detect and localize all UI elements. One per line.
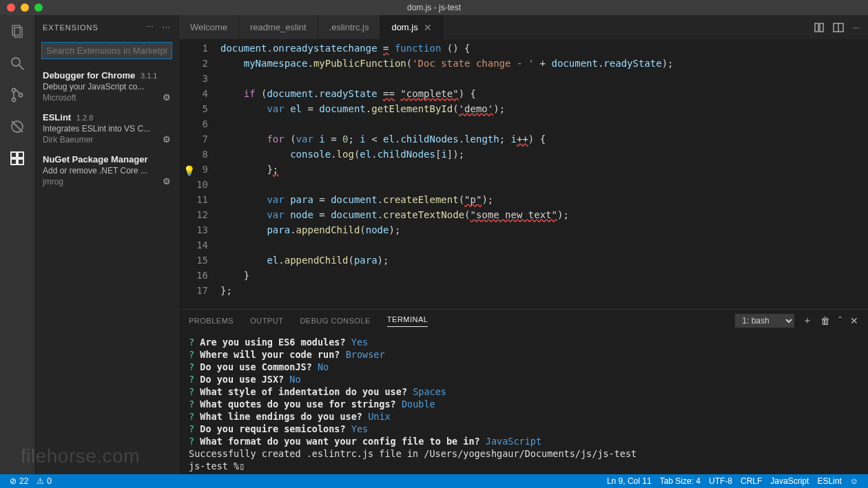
more-icon[interactable]: ··· bbox=[163, 23, 171, 32]
gear-icon[interactable]: ⚙ bbox=[163, 176, 171, 187]
status-language[interactable]: JavaScript bbox=[766, 476, 813, 486]
editor-area: Welcomereadme_eslint.eslintrc.jsdom.js✕ … bbox=[179, 15, 868, 474]
code-content[interactable]: document.onreadystatechange = function (… bbox=[220, 39, 868, 309]
gear-icon[interactable]: ⚙ bbox=[163, 134, 171, 145]
panel-tab[interactable]: PROBLEMS bbox=[189, 317, 234, 325]
svg-rect-1 bbox=[14, 28, 22, 37]
terminal-output[interactable]: ? Are you using ES6 modules? Yes? Where … bbox=[179, 332, 868, 474]
extensions-icon[interactable] bbox=[8, 149, 27, 168]
bottom-panel: PROBLEMSOUTPUTDEBUG CONSOLETERMINAL 1: b… bbox=[179, 309, 868, 474]
svg-rect-14 bbox=[820, 23, 823, 32]
svg-rect-11 bbox=[11, 159, 17, 165]
search-icon[interactable] bbox=[8, 54, 27, 73]
split-editor-icon[interactable] bbox=[833, 22, 844, 33]
svg-rect-12 bbox=[18, 159, 23, 165]
status-feedback-icon[interactable]: ☺ bbox=[846, 476, 862, 486]
new-terminal-icon[interactable]: ＋ bbox=[803, 315, 812, 327]
compare-icon[interactable] bbox=[814, 22, 825, 33]
tab-label: dom.js bbox=[391, 22, 417, 32]
extension-item[interactable]: Debugger for Chrome 3.1.1 Debug your Jav… bbox=[34, 66, 179, 108]
extension-publisher: Microsoft bbox=[43, 93, 171, 103]
panel-tab[interactable]: OUTPUT bbox=[250, 317, 283, 325]
extension-item[interactable]: NuGet Package Manager Add or remove .NET… bbox=[34, 150, 179, 192]
more-actions-icon[interactable]: ··· bbox=[852, 22, 860, 32]
svg-point-2 bbox=[12, 58, 20, 66]
editor-tabs: Welcomereadme_eslint.eslintrc.jsdom.js✕ … bbox=[179, 15, 868, 39]
svg-rect-9 bbox=[11, 152, 17, 158]
extension-name: NuGet Package Manager bbox=[43, 154, 171, 165]
tab-label: .eslintrc.js bbox=[329, 22, 369, 32]
svg-rect-0 bbox=[12, 25, 20, 35]
filter-icon[interactable]: ⋯ bbox=[146, 23, 154, 32]
sidebar: EXTENSIONS ⋯ ··· Debugger for Chrome 3.1… bbox=[34, 15, 179, 474]
kill-terminal-icon[interactable]: 🗑 bbox=[820, 315, 830, 326]
tab-label: Welcome bbox=[190, 22, 227, 32]
lightbulb-icon[interactable]: 💡 bbox=[183, 163, 195, 178]
status-warnings[interactable]: ⚠ 0 bbox=[32, 476, 56, 486]
extension-name: Debugger for Chrome 3.1.1 bbox=[43, 70, 171, 81]
explorer-icon[interactable] bbox=[8, 22, 27, 41]
source-control-icon[interactable] bbox=[8, 85, 27, 105]
status-eslint[interactable]: ESLint bbox=[813, 476, 845, 486]
panel-tabs: PROBLEMSOUTPUTDEBUG CONSOLETERMINAL 1: b… bbox=[179, 310, 868, 332]
panel-tab[interactable]: DEBUG CONSOLE bbox=[300, 317, 370, 325]
extensions-list: Debugger for Chrome 3.1.1 Debug your Jav… bbox=[34, 66, 179, 192]
extension-name: ESLint 1.2.8 bbox=[43, 112, 171, 123]
svg-point-5 bbox=[12, 98, 16, 102]
activity-bar bbox=[0, 15, 34, 474]
window-title: dom.js - js-test bbox=[407, 3, 461, 12]
close-tab-icon[interactable]: ✕ bbox=[424, 22, 432, 33]
extension-desc: Integrates ESLint into VS C... bbox=[43, 124, 171, 134]
svg-line-3 bbox=[19, 65, 23, 70]
svg-point-6 bbox=[19, 94, 23, 97]
traffic-lights bbox=[0, 3, 43, 12]
editor-tab[interactable]: readme_eslint bbox=[239, 15, 318, 39]
extension-publisher: jmrog bbox=[43, 177, 171, 187]
extension-publisher: Dirk Baeumer bbox=[43, 135, 171, 145]
extension-desc: Debug your JavaScript co... bbox=[43, 82, 171, 92]
editor-tab[interactable]: .eslintrc.js bbox=[318, 15, 381, 39]
code-editor[interactable]: 1234567891011121314151617 document.onrea… bbox=[179, 39, 868, 309]
close-window-button[interactable] bbox=[7, 3, 15, 12]
minimize-window-button[interactable] bbox=[21, 3, 29, 12]
titlebar: dom.js - js-test bbox=[0, 0, 868, 15]
extensions-search-input[interactable] bbox=[41, 42, 172, 59]
status-tabsize[interactable]: Tab Size: 4 bbox=[656, 476, 705, 486]
extension-item[interactable]: ESLint 1.2.8 Integrates ESLint into VS C… bbox=[34, 108, 179, 150]
status-eol[interactable]: CRLF bbox=[736, 476, 766, 486]
status-encoding[interactable]: UTF-8 bbox=[705, 476, 736, 486]
gear-icon[interactable]: ⚙ bbox=[163, 92, 171, 103]
terminal-selector[interactable]: 1: bash bbox=[735, 314, 794, 328]
maximize-window-button[interactable] bbox=[34, 3, 43, 12]
maximize-panel-icon[interactable]: ˆ bbox=[838, 315, 842, 326]
svg-rect-10 bbox=[18, 152, 23, 158]
sidebar-header: EXTENSIONS ⋯ ··· bbox=[34, 15, 179, 39]
editor-tab[interactable]: Welcome bbox=[179, 15, 239, 39]
panel-tab[interactable]: TERMINAL bbox=[387, 315, 428, 327]
tab-label: readme_eslint bbox=[250, 22, 307, 32]
svg-rect-13 bbox=[815, 23, 818, 32]
close-panel-icon[interactable]: ✕ bbox=[850, 315, 858, 326]
extension-desc: Add or remove .NET Core ... bbox=[43, 166, 171, 176]
sidebar-title: EXTENSIONS bbox=[43, 23, 99, 32]
status-bar: ⊘ 22 ⚠ 0 Ln 9, Col 11 Tab Size: 4 UTF-8 … bbox=[0, 474, 868, 488]
status-cursor[interactable]: Ln 9, Col 11 bbox=[603, 476, 656, 486]
status-errors[interactable]: ⊘ 22 bbox=[6, 476, 32, 486]
editor-tab[interactable]: dom.js✕ bbox=[380, 15, 443, 39]
svg-point-4 bbox=[12, 89, 16, 92]
debug-icon[interactable] bbox=[8, 117, 27, 136]
